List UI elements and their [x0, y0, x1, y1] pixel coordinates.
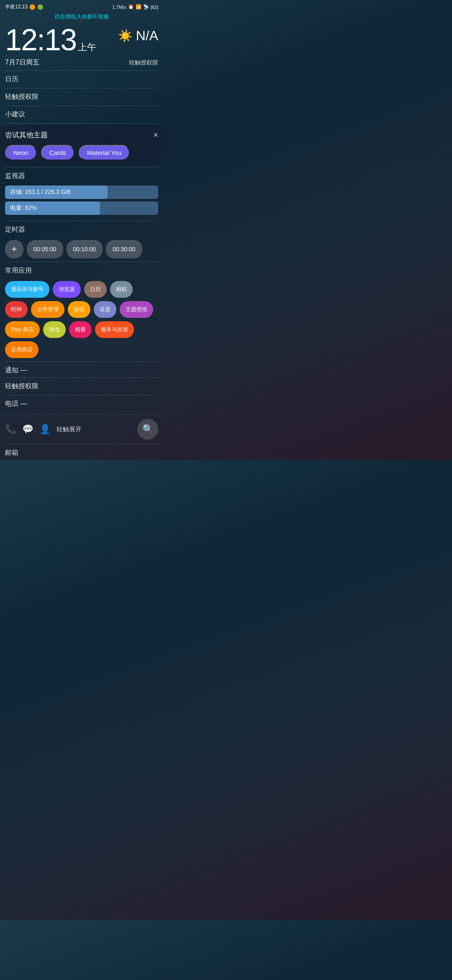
app-wallet[interactable]: 钱包 — [43, 321, 66, 338]
expand-label[interactable]: 轻触展开 — [56, 426, 131, 433]
search-fab[interactable]: 🔍 — [137, 419, 158, 440]
clock-ampm: 上午 — [78, 42, 96, 52]
battery-text: 电量: 62% — [10, 204, 37, 211]
network-speed: 1.7M/s — [113, 5, 126, 10]
storage-progress: 存储: 153.1 / 226.3 GiB — [5, 186, 158, 199]
storage-text: 存储: 153.1 / 226.3 GiB — [10, 188, 71, 195]
status-right: 1.7M/s ⏰ 📶 📡 [62] — [113, 4, 158, 10]
notifications-section: 通知 — — [0, 362, 163, 377]
apps-label: 常用应用 — [5, 267, 32, 274]
bottom-bar: 📞 💬 👤 轻触展开 🔍 — [0, 414, 163, 444]
emoji-icon2: 🟢 — [37, 4, 44, 10]
wifi-icon: 📡 — [143, 4, 149, 10]
touch-perm-label: 轻触授权限 — [5, 93, 39, 100]
app-settings[interactable]: 设置 — [94, 301, 116, 318]
theme-tag-neon[interactable]: Neon — [5, 145, 37, 160]
apps-section: 常用应用 — [0, 262, 163, 278]
status-left: 半夜12:13 🟠 🟢 — [5, 3, 44, 10]
touch-perm2-section[interactable]: 轻触授权限 — [0, 378, 163, 395]
signal-icon: 📶 — [136, 4, 141, 10]
app-store[interactable]: 应用商店 — [5, 341, 39, 358]
battery-progress: 电量: 62% — [5, 201, 158, 215]
monitor-label: 监视器 — [5, 172, 25, 179]
notification-text: 仍全情投入伤都不觉痛 — [54, 13, 109, 20]
try-theme-header: 尝试其他主题 × — [5, 130, 158, 140]
timer-label: 定时器 — [5, 226, 25, 233]
app-photos[interactable]: 相册 — [69, 321, 92, 338]
mailbox-section: 邮箱 — [0, 444, 163, 460]
sms-icon[interactable]: 💬 — [22, 424, 33, 435]
progress-bars: 存储: 153.1 / 226.3 GiB 电量: 62% — [0, 183, 163, 221]
app-clock[interactable]: 时钟 — [5, 301, 28, 318]
try-theme-label: 尝试其他主题 — [5, 130, 48, 140]
battery-icon: [62] — [151, 5, 158, 10]
app-theme[interactable]: 主题壁纸 — [120, 301, 153, 318]
alarm-icon: ⏰ — [128, 4, 134, 10]
try-theme-close[interactable]: × — [153, 130, 158, 140]
app-camera[interactable]: 相机 — [110, 281, 133, 298]
time-weather-section: 12:13上午 ☀️ N/A — [0, 23, 163, 57]
app-sms[interactable]: 短信 — [68, 301, 90, 318]
divider-4 — [5, 123, 158, 124]
notification-banner: 仍全情投入伤都不觉痛 — [0, 12, 163, 23]
notifications-label: 通知 — — [5, 366, 27, 374]
theme-tags-container: Neon Cards Material You — [5, 145, 158, 160]
suggestion-label: 小建议 — [5, 111, 25, 118]
status-time: 半夜12:13 — [5, 3, 28, 10]
try-theme-section: 尝试其他主题 × Neon Cards Material You — [0, 125, 163, 165]
theme-tag-cards[interactable]: Cards — [41, 145, 74, 160]
app-contacts[interactable]: 通讯录与拨号 — [5, 281, 49, 298]
apps-grid: 通讯录与拨号 浏览器 日历 相机 时钟 文件管理 短信 设置 主题壁纸 Play… — [0, 278, 163, 361]
timer-preset-5[interactable]: 00:05:00 — [27, 240, 63, 258]
emoji-icon1: 🟠 — [29, 4, 36, 10]
sun-icon: ☀️ — [118, 29, 133, 43]
time-block: 12:13上午 — [5, 25, 96, 55]
weather-block: ☀️ N/A — [118, 25, 158, 44]
calendar-label: 日历 — [5, 75, 18, 83]
phone-section: 电话 — — [0, 395, 163, 413]
monitor-section: 监视器 — [0, 168, 163, 183]
weather-value: N/A — [136, 28, 158, 44]
app-feedback[interactable]: 服务与反馈 — [95, 321, 134, 338]
touch-perm-section[interactable]: 轻触授权限 — [0, 88, 163, 106]
app-files[interactable]: 文件管理 — [31, 301, 64, 318]
calendar-section: 日历 — [0, 71, 163, 88]
status-bar: 半夜12:13 🟠 🟢 1.7M/s ⏰ 📶 📡 [62] — [0, 0, 163, 12]
contacts-icon[interactable]: 👤 — [39, 424, 51, 435]
theme-tag-material-you[interactable]: Material You — [79, 145, 130, 160]
date-text: 7月7日周五 — [5, 58, 39, 67]
timer-preset-10[interactable]: 00:10:00 — [67, 240, 103, 258]
app-play[interactable]: Play 商店 — [5, 321, 40, 338]
timer-buttons-container: + 00:05:00 00:10:00 00:30:00 — [0, 237, 163, 262]
timer-section: 定时器 — [0, 221, 163, 237]
timer-add-button[interactable]: + — [5, 240, 23, 258]
clock-time: 12:13 — [5, 23, 76, 57]
mailbox-label: 邮箱 — [5, 449, 18, 456]
suggestion-section: 小建议 — [0, 106, 163, 123]
phone-label: 电话 — — [5, 400, 27, 407]
app-calendar[interactable]: 日历 — [84, 281, 107, 298]
app-browser[interactable]: 浏览器 — [53, 281, 81, 298]
phone-icon[interactable]: 📞 — [5, 424, 16, 435]
date-touch-perm[interactable]: 轻触授权限 — [129, 59, 158, 67]
timer-preset-30[interactable]: 00:30:00 — [106, 240, 142, 258]
date-row: 7月7日周五 轻触授权限 — [0, 57, 163, 70]
touch-perm2-label: 轻触授权限 — [5, 382, 39, 389]
